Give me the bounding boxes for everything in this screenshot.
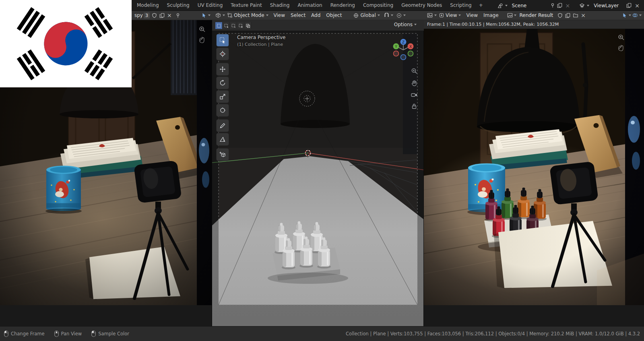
pin-image-icon[interactable] bbox=[173, 13, 183, 18]
tool-transform[interactable] bbox=[217, 104, 229, 116]
scene-browse-caret[interactable] bbox=[505, 5, 508, 6]
show-gizmo-icon[interactable] bbox=[201, 12, 207, 18]
viewport-menu-object[interactable]: Object bbox=[323, 12, 345, 18]
workspace-tabs: Modeling Sculpting UV Editing Texture Pa… bbox=[133, 0, 486, 11]
options-dropdown[interactable]: Options bbox=[392, 22, 419, 27]
workspace-tab-scripting[interactable]: Scripting bbox=[446, 0, 475, 11]
workspace-tab-compositing[interactable]: Compositing bbox=[359, 0, 397, 11]
viewport-menu-select[interactable]: Select bbox=[288, 12, 308, 18]
globe-icon bbox=[353, 13, 359, 18]
copy-scene-icon[interactable] bbox=[557, 3, 562, 8]
workspace-tab-uv-editing[interactable]: UV Editing bbox=[194, 0, 227, 11]
workspace-tab-shading[interactable]: Shading bbox=[266, 0, 294, 11]
viewport-scene bbox=[212, 31, 424, 326]
viewport-view-label: Camera Perspective bbox=[237, 35, 285, 40]
image-name-fragment[interactable]: spy bbox=[134, 12, 143, 18]
tool-rotate[interactable] bbox=[217, 77, 229, 89]
viewport-camera-icon[interactable] bbox=[411, 92, 417, 99]
gizmo-options-caret[interactable] bbox=[208, 14, 211, 16]
workspace-tab-modeling[interactable]: Modeling bbox=[133, 0, 163, 11]
add-workspace-button[interactable]: + bbox=[476, 0, 486, 11]
tool-settings-bar: Options bbox=[212, 20, 424, 31]
scene-statistics: Collection | Plane | Verts:103,755 | Fac… bbox=[346, 331, 640, 337]
copy-viewlayer-icon[interactable] bbox=[626, 3, 632, 8]
viewlayer-name-field[interactable]: ViewLayer bbox=[591, 3, 624, 8]
navigation-axis-gizmo[interactable]: Z Y X bbox=[392, 37, 415, 63]
transform-icon bbox=[219, 107, 226, 114]
viewport-zoom-icon[interactable] bbox=[411, 68, 417, 75]
statusbar: Change Frame Pan View Sample Color Colle… bbox=[0, 326, 644, 341]
hint-label: Pan View bbox=[61, 331, 82, 337]
scene-icon bbox=[497, 3, 503, 8]
select-mode-subtract[interactable] bbox=[230, 22, 237, 29]
object-mode-dropdown[interactable]: Object Mode bbox=[225, 12, 271, 18]
image-mode-dropdown[interactable]: View bbox=[437, 12, 463, 18]
pin-icon[interactable] bbox=[550, 3, 555, 8]
mouse-hint-pan-view: Pan View bbox=[54, 331, 82, 337]
tool-cursor[interactable] bbox=[217, 48, 229, 60]
render-result-photo bbox=[424, 29, 644, 305]
image-name-field[interactable]: Render Result bbox=[516, 12, 557, 18]
workspace-tab-rendering[interactable]: Rendering bbox=[326, 0, 359, 11]
select-mode-new[interactable] bbox=[215, 22, 223, 29]
scene-name-field[interactable]: Scene bbox=[510, 3, 548, 8]
mouse-middle-icon bbox=[54, 331, 59, 337]
hint-label: Change Frame bbox=[11, 331, 45, 337]
tool-add-cube[interactable] bbox=[217, 149, 229, 161]
remove-viewlayer-icon[interactable]: × bbox=[634, 3, 641, 8]
copy-image-icon[interactable] bbox=[158, 13, 166, 18]
mouse-left-icon bbox=[4, 331, 8, 337]
viewport-lock-icon[interactable] bbox=[411, 103, 417, 111]
image-users-count[interactable]: 3 bbox=[144, 12, 150, 19]
new-image-icon[interactable] bbox=[564, 13, 572, 18]
move-icon bbox=[219, 66, 226, 72]
fake-user-shield-icon[interactable] bbox=[556, 13, 564, 18]
show-overlays-icon[interactable] bbox=[632, 12, 638, 18]
fake-user-shield-icon[interactable] bbox=[151, 13, 158, 18]
transform-orientation-dropdown[interactable]: Global bbox=[351, 12, 382, 18]
tool-move[interactable] bbox=[217, 63, 229, 75]
browse-image-icon[interactable] bbox=[502, 12, 514, 18]
render-result-canvas[interactable] bbox=[424, 29, 644, 326]
image-mode-icon bbox=[439, 13, 444, 18]
select-mode-extend[interactable] bbox=[223, 22, 230, 29]
mouse-hint-sample-color: Sample Color bbox=[91, 331, 129, 337]
mouse-left-icon bbox=[91, 331, 96, 337]
select-box-icon bbox=[219, 37, 226, 43]
proportional-editing-icon[interactable] bbox=[393, 13, 403, 18]
workspace-tab-sculpting[interactable]: Sculpting bbox=[163, 0, 194, 11]
gizmo-x-label: X bbox=[409, 45, 412, 49]
select-mode-intersect[interactable] bbox=[244, 22, 252, 29]
viewlayer-browse-caret[interactable] bbox=[587, 5, 589, 6]
unlink-image-icon[interactable]: × bbox=[580, 12, 587, 18]
viewport-canvas[interactable]: Camera Perspective (1) Collection | Plan… bbox=[212, 31, 424, 326]
select-mode-invert[interactable] bbox=[237, 22, 244, 29]
tool-select-box[interactable] bbox=[217, 34, 229, 46]
overlays-options-caret[interactable] bbox=[639, 14, 642, 16]
viewport-pan-hand-icon[interactable] bbox=[411, 80, 417, 87]
workspace-tab-texture-paint[interactable]: Texture Paint bbox=[227, 0, 266, 11]
show-gizmo-icon[interactable] bbox=[622, 12, 627, 18]
image-menu-view[interactable]: View bbox=[463, 12, 480, 18]
unlink-scene-icon[interactable]: × bbox=[564, 3, 572, 8]
tool-scale[interactable] bbox=[217, 91, 229, 103]
viewport-menu-view[interactable]: View bbox=[271, 12, 288, 18]
proportional-options-caret[interactable] bbox=[403, 14, 406, 16]
gizmo-options-caret[interactable] bbox=[629, 14, 631, 16]
workspace-tab-animation[interactable]: Animation bbox=[293, 0, 326, 11]
editor-type-3d-icon[interactable] bbox=[212, 12, 223, 18]
render-stats-bar: Frame:1 | Time:00:10.15 | Mem:1056.32M, … bbox=[424, 20, 644, 29]
tool-annotate[interactable] bbox=[217, 120, 229, 132]
open-image-folder-icon[interactable] bbox=[572, 13, 580, 18]
viewport-menu-add[interactable]: Add bbox=[308, 12, 323, 18]
viewport-context-label: (1) Collection | Plane bbox=[237, 42, 283, 47]
add-cube-icon bbox=[219, 151, 226, 158]
rotate-icon bbox=[219, 80, 226, 86]
tool-measure[interactable] bbox=[217, 133, 229, 145]
workspace-tab-geometry-nodes[interactable]: Geometry Nodes bbox=[397, 0, 446, 11]
snap-magnet-icon[interactable] bbox=[382, 13, 391, 18]
image-menu-image[interactable]: Image bbox=[481, 12, 502, 18]
annotate-pen-icon bbox=[219, 122, 226, 129]
editor-type-image-icon[interactable] bbox=[424, 12, 434, 18]
unlink-image-icon[interactable]: × bbox=[166, 12, 173, 18]
